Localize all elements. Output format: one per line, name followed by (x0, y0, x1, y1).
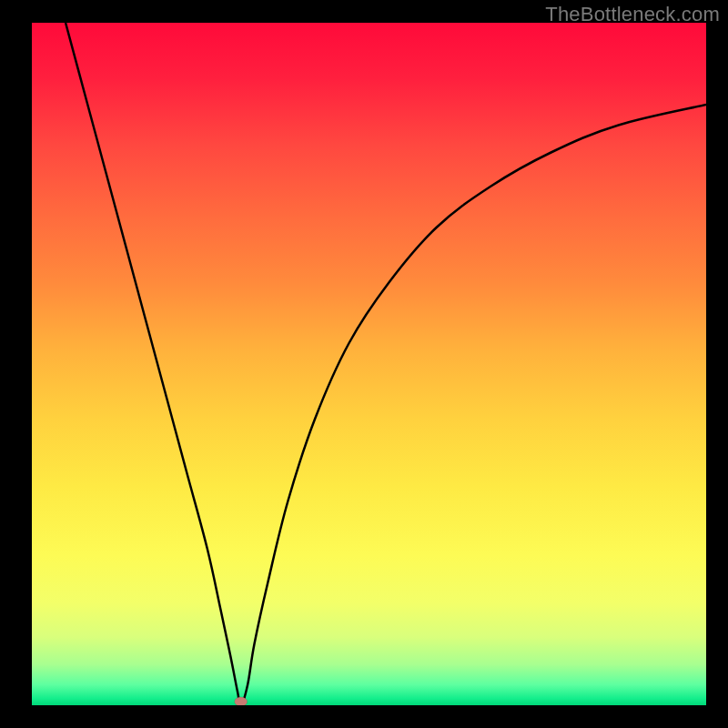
watermark-text: TheBottleneck.com (545, 3, 720, 26)
bottleneck-curve (66, 23, 706, 705)
minimum-marker (235, 697, 248, 705)
curve-svg (32, 23, 706, 705)
chart-frame: TheBottleneck.com (0, 0, 728, 728)
plot-area (32, 23, 706, 705)
